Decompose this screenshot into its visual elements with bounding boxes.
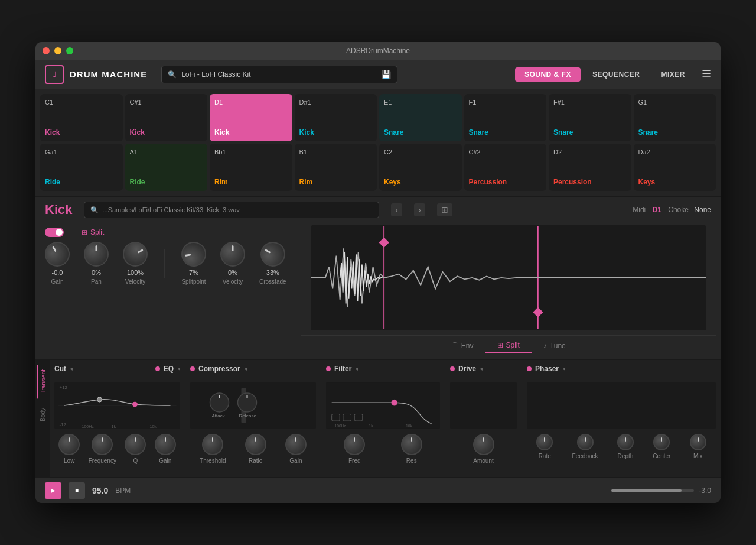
comp-title: Compressor ◂ <box>190 365 247 373</box>
filter-power[interactable] <box>326 366 331 371</box>
app-title: DRUM MACHINE <box>70 69 147 79</box>
pad-a1[interactable]: A1 Ride <box>125 144 208 191</box>
frequency-knob[interactable] <box>92 434 113 455</box>
bpm-label: BPM <box>115 486 131 495</box>
transient-tab[interactable]: Transient <box>37 365 49 398</box>
pan-knob[interactable] <box>84 242 109 267</box>
phaser-power[interactable] <box>527 366 532 371</box>
next-sample-button[interactable]: › <box>414 203 425 216</box>
velocity-knob[interactable] <box>118 237 152 271</box>
crossfade-knob[interactable] <box>256 237 289 271</box>
pad-f1[interactable]: F1 Snare <box>464 94 547 141</box>
filter-arrow[interactable]: ◂ <box>355 365 358 372</box>
pad-cs2[interactable]: C#2 Percussion <box>464 144 547 191</box>
file-search[interactable]: 🔍 ...Samples/LoFi/LoFi Classic Kit/33_Ki… <box>84 202 379 218</box>
comp-header: Compressor ◂ <box>190 365 316 377</box>
eq-arrow[interactable]: ◂ <box>177 365 180 372</box>
maximize-button[interactable] <box>66 47 73 54</box>
rate-knob[interactable] <box>536 434 553 450</box>
sound-fx-tab[interactable]: SOUND & FX <box>515 67 581 82</box>
res-knob[interactable] <box>401 434 422 455</box>
window-title: ADSRDrumMachine <box>346 47 410 55</box>
split-toggle[interactable] <box>45 228 64 237</box>
pad-e1[interactable]: E1 Snare <box>379 94 462 141</box>
minimize-button[interactable] <box>54 47 61 54</box>
threshold-knob[interactable] <box>202 434 223 455</box>
split-tab[interactable]: ⊞ Split <box>485 338 532 353</box>
svg-text:10k: 10k <box>150 424 157 429</box>
velocity2-knob-group: 0% Velocity <box>220 242 245 285</box>
pad-c1[interactable]: C1 Kick <box>40 94 123 141</box>
comp-power[interactable] <box>190 366 195 371</box>
pad-g1[interactable]: G1 Snare <box>634 94 716 141</box>
feedback-knob[interactable] <box>577 434 594 450</box>
freq-knob[interactable] <box>344 434 365 455</box>
pad-gs1[interactable]: G#1 Ride <box>40 144 123 191</box>
feedback-label: Feedback <box>572 453 598 459</box>
eq-gain-knob[interactable] <box>155 434 176 455</box>
pad-d2[interactable]: D2 Percussion <box>549 144 631 191</box>
preset-search[interactable]: 🔍 💾 <box>161 66 397 83</box>
res-knob-group: Res <box>401 434 422 464</box>
depth-knob[interactable] <box>617 434 634 450</box>
filter-knobs: Freq Res <box>326 434 440 464</box>
pad-ds1[interactable]: D#1 Kick <box>295 94 377 141</box>
comp-gain-knob[interactable] <box>285 434 307 455</box>
logo-icon: ♩ <box>45 65 64 84</box>
low-label: Low <box>64 458 74 464</box>
phaser-panel: Phaser ◂ Rate Feedback <box>522 360 721 477</box>
pad-d1[interactable]: D1 Kick <box>210 94 292 141</box>
splitpoint-knob-group: 7% Splitpoint <box>181 242 206 285</box>
preset-search-input[interactable] <box>181 70 372 79</box>
drive-arrow[interactable]: ◂ <box>480 365 483 372</box>
splitpoint-knob[interactable] <box>180 240 208 269</box>
amount-knob[interactable] <box>473 434 494 455</box>
volume-fill <box>611 489 682 492</box>
sequencer-tab[interactable]: SEQUENCER <box>583 67 650 82</box>
split-tab-icon: ⊞ <box>497 341 503 349</box>
prev-sample-button[interactable]: ‹ <box>391 203 402 216</box>
center-knob[interactable] <box>653 434 670 450</box>
pad-b1[interactable]: B1 Rim <box>295 144 377 191</box>
velocity2-knob[interactable] <box>220 242 245 267</box>
filter-panel: Filter ◂ 100Hz 1k 10k <box>321 360 445 477</box>
filter-title: Filter ◂ <box>326 365 358 373</box>
split-button[interactable]: ⊞ Split <box>82 228 104 236</box>
pad-c2[interactable]: C2 Keys <box>379 144 462 191</box>
crossfade-label: Crossfade <box>259 278 286 285</box>
phaser-header: Phaser ◂ <box>527 365 716 377</box>
gain-knob[interactable] <box>40 237 74 271</box>
cut-arrow[interactable]: ◂ <box>70 365 73 372</box>
phaser-graph <box>527 382 716 429</box>
low-knob[interactable] <box>58 434 80 455</box>
body-tab[interactable]: Body <box>37 403 48 426</box>
close-button[interactable] <box>43 47 50 54</box>
mixer-tab[interactable]: MIXER <box>651 67 695 82</box>
mix-knob[interactable] <box>690 434 706 450</box>
phaser-arrow[interactable]: ◂ <box>562 365 565 372</box>
drive-power[interactable] <box>450 366 455 371</box>
play-button[interactable]: ▶ <box>45 482 61 499</box>
depth-knob-group: Depth <box>617 434 634 459</box>
env-tab[interactable]: ⌒ Env <box>439 338 485 354</box>
eq-gain-label: Gain <box>159 458 171 464</box>
pad-fs1[interactable]: F#1 Snare <box>549 94 631 141</box>
comp-arrow[interactable]: ◂ <box>244 365 247 372</box>
expand-button[interactable]: ⊞ <box>437 203 452 216</box>
pad-ds2[interactable]: D#2 Keys <box>634 144 716 191</box>
tune-tab[interactable]: ♪ Tune <box>532 339 578 353</box>
ratio-knob[interactable] <box>245 434 266 455</box>
pad-bb1[interactable]: Bb1 Rim <box>210 144 292 191</box>
q-knob-group: Q <box>125 434 146 464</box>
pad-cs1[interactable]: C#1 Kick <box>125 94 208 141</box>
eq-header: Cut ◂ EQ ◂ <box>54 365 180 377</box>
q-knob[interactable] <box>125 434 146 455</box>
env-icon: ⌒ <box>451 341 458 351</box>
phaser-knobs: Rate Feedback Depth Center <box>527 434 716 459</box>
amount-label: Amount <box>473 458 493 464</box>
menu-icon[interactable]: ☰ <box>702 67 711 82</box>
stop-button[interactable]: ■ <box>69 482 85 499</box>
filter-header: Filter ◂ <box>326 365 440 377</box>
eq-power[interactable] <box>155 366 160 371</box>
volume-track[interactable] <box>611 489 694 492</box>
